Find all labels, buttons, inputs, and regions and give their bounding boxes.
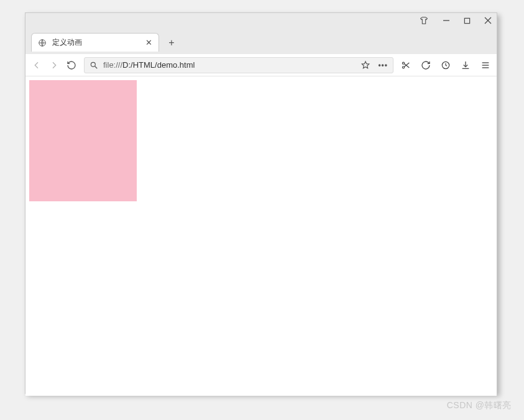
browser-tab[interactable]: 定义动画 ✕ (31, 33, 159, 52)
search-icon (90, 61, 98, 70)
maximize-button[interactable] (464, 17, 471, 24)
address-bar[interactable]: file:///D:/HTML/demo.html ••• (84, 57, 393, 73)
scissors-icon[interactable] (401, 60, 411, 70)
toolbar: file:///D:/HTML/demo.html ••• (25, 54, 497, 76)
extensions-icon[interactable] (419, 16, 429, 25)
svg-line-6 (95, 66, 98, 68)
tab-row: 定义动画 ✕ + (25, 30, 497, 52)
history-icon[interactable] (441, 60, 451, 70)
browser-window: 定义动画 ✕ + file:///D:/HTML/demo.html ••• (25, 12, 497, 394)
toolbar-actions (401, 60, 490, 70)
minimize-button[interactable] (443, 17, 450, 24)
window-controls (419, 16, 492, 25)
svg-point-5 (91, 62, 95, 66)
watermark: CSDN @韩曙亮 (447, 400, 512, 411)
back-button[interactable] (32, 60, 42, 70)
svg-rect-1 (464, 18, 469, 23)
undo-icon[interactable] (421, 60, 431, 70)
svg-line-10 (404, 63, 409, 67)
close-tab-icon[interactable]: ✕ (145, 38, 152, 47)
bookmark-star-icon[interactable] (361, 60, 370, 70)
pink-box (29, 80, 137, 201)
forward-button[interactable] (49, 60, 59, 70)
tab-title: 定义动画 (52, 37, 140, 48)
site-actions-icon[interactable]: ••• (378, 61, 388, 70)
url-text: file:///D:/HTML/demo.html (103, 60, 356, 70)
svg-line-9 (404, 63, 409, 68)
close-button[interactable] (484, 17, 492, 24)
menu-icon[interactable] (480, 60, 490, 70)
globe-icon (38, 39, 47, 47)
download-icon[interactable] (461, 60, 471, 70)
new-tab-button[interactable]: + (163, 34, 180, 52)
reload-button[interactable] (67, 60, 76, 70)
page-content (25, 76, 497, 396)
